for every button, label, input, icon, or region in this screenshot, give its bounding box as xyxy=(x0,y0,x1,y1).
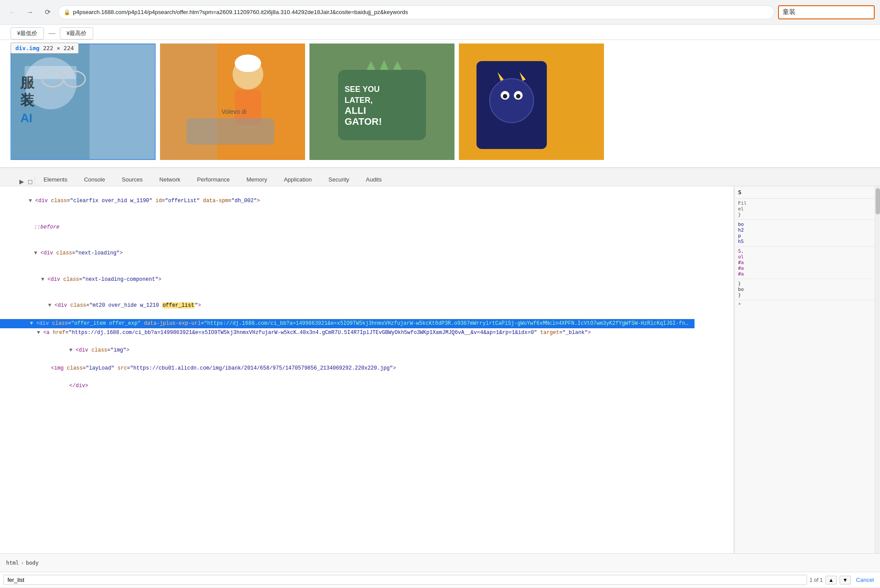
right-line-h2: h2 xyxy=(738,227,871,233)
right-panel-el: el xyxy=(738,206,871,212)
price-filter-bar: ¥最低价 — ¥最高价 xyxy=(0,25,880,40)
svg-text:Volevo di: Volevo di xyxy=(222,108,247,115)
right-line-ol: ol xyxy=(738,254,871,260)
right-line-p: p xyxy=(738,233,871,239)
right-line-bo: bo xyxy=(738,221,871,227)
element-tooltip: div.img 222 × 224 xyxy=(11,43,79,54)
svg-text:装: 装 xyxy=(20,92,35,108)
inspect-element-btn[interactable]: ▶ xyxy=(18,177,25,186)
dom-line-7[interactable]: ▼ <a href="https://dj.1688.com/ci_bb?a=1… xyxy=(0,328,695,338)
devtools-icons: ▶ ◻ xyxy=(18,177,35,186)
breadcrumb-html[interactable]: html xyxy=(4,558,22,568)
price-max-btn[interactable]: ¥最高价 xyxy=(60,27,93,40)
forward-button[interactable]: → xyxy=(23,5,37,19)
svg-point-29 xyxy=(490,79,534,123)
devtools-tabbar: ▶ ◻ Elements Console Sources Network Per… xyxy=(0,168,880,186)
dom-line-8[interactable]: ▼ <div class="img"> xyxy=(0,338,734,364)
browser-toolbar: ← → ⟳ 🔒 p4psearch.1688.com/p4p114/p4psea… xyxy=(0,0,880,25)
tab-sources[interactable]: Sources xyxy=(113,172,151,186)
right-panel-s: S xyxy=(738,188,871,196)
svg-rect-28 xyxy=(547,61,600,149)
svg-point-32 xyxy=(503,94,507,98)
tab-console[interactable]: Console xyxy=(76,172,113,186)
product-image-2: Volevo di xyxy=(160,44,305,160)
tooltip-tag: div.img xyxy=(15,45,40,51)
back-button[interactable]: ← xyxy=(5,5,19,19)
tab-application[interactable]: Application xyxy=(276,172,320,186)
product-image-1: 服 装 AI xyxy=(11,44,156,160)
price-min-btn[interactable]: ¥最低价 xyxy=(11,27,44,40)
dom-line-4[interactable]: ▼ <div class="next-loading-component"> xyxy=(0,267,734,293)
breadcrumb-bar: html › body xyxy=(0,553,880,572)
url-text: p4psearch.1688.com/p4p114/p4psearch/offe… xyxy=(73,9,769,15)
right-line-bo-2: bo xyxy=(738,287,871,292)
product-image-3: SEE YOU LATER, ALLI GATOR! xyxy=(309,44,455,160)
svg-text:LATER,: LATER, xyxy=(345,96,373,105)
right-line-hash-a-1: #a xyxy=(738,260,871,265)
svg-rect-16 xyxy=(186,118,274,145)
search-bar: 1 of 1 ▲ ▼ Cancel xyxy=(0,572,880,588)
svg-text:GATOR!: GATOR! xyxy=(345,116,382,127)
refresh-button[interactable]: ⟳ xyxy=(40,5,55,19)
tab-elements[interactable]: Elements xyxy=(35,172,76,186)
address-bar[interactable]: 🔒 p4psearch.1688.com/p4p114/p4psearch/of… xyxy=(58,5,775,19)
dom-line-1[interactable]: ▼ <div class="clearfix over_hid w_1190" … xyxy=(0,188,734,214)
dom-line-6[interactable]: ▼ <div class="offer_item offer_exp" data… xyxy=(0,319,695,328)
svg-point-33 xyxy=(516,94,520,98)
styles-panel: S Fil el } bo h2 p h5 S, ol #a #a #a } xyxy=(734,186,875,553)
price-sep: — xyxy=(48,29,55,37)
search-value: 童装 xyxy=(782,8,796,16)
right-line-brace-close-3: } xyxy=(738,292,871,298)
search-input[interactable] xyxy=(4,575,807,585)
dom-line-2[interactable]: ::before xyxy=(0,214,734,241)
devtools-main: ▼ <div class="clearfix over_hid w_1190" … xyxy=(0,186,880,553)
breadcrumb-body[interactable]: body xyxy=(23,558,41,568)
svg-text:服: 服 xyxy=(20,75,35,91)
tooltip-size: 222 × 224 xyxy=(43,45,74,51)
search-next-btn[interactable]: ▼ xyxy=(840,576,851,584)
dom-line-5[interactable]: ▼ <div class="mt20 over_hide w_1210 offe… xyxy=(0,293,734,319)
product-image-4 xyxy=(459,44,604,160)
right-line-hash-a-2: #a xyxy=(738,265,871,271)
right-line-h5: h5 xyxy=(738,239,871,244)
right-line-brace-close-2: } xyxy=(738,281,871,287)
device-toolbar-btn[interactable]: ◻ xyxy=(27,177,34,186)
devtools-panel: ▶ ◻ Elements Console Sources Network Per… xyxy=(0,167,880,588)
tab-security[interactable]: Security xyxy=(320,172,357,186)
right-line-asterisk: * xyxy=(738,302,871,308)
svg-text:SEE YOU: SEE YOU xyxy=(345,85,380,94)
tab-audits[interactable]: Audits xyxy=(357,172,390,186)
right-panel-fil: Fil xyxy=(738,200,871,206)
svg-text:ALLI: ALLI xyxy=(345,105,366,116)
dom-line-10[interactable]: </div> xyxy=(0,373,734,399)
dom-panel[interactable]: ▼ <div class="clearfix over_hid w_1190" … xyxy=(0,186,734,553)
search-prev-btn[interactable]: ▲ xyxy=(825,576,837,584)
dom-line-9[interactable]: <img class="layLoad" src="https://cbu01.… xyxy=(0,364,695,373)
dom-line-3[interactable]: ▼ <div class="next-loading"> xyxy=(0,240,734,267)
scrollbar[interactable] xyxy=(875,186,880,553)
svg-text:AI: AI xyxy=(20,111,33,125)
tab-memory[interactable]: Memory xyxy=(238,172,276,186)
product-images-area: div.img 222 × 224 服 装 AI xyxy=(0,40,880,167)
search-cancel-btn[interactable]: Cancel xyxy=(854,576,876,584)
right-panel-brace-close-1: } xyxy=(738,212,871,218)
right-line-s-comma: S, xyxy=(738,248,871,254)
search-result-info: 1 of 1 xyxy=(810,577,823,583)
lock-icon: 🔒 xyxy=(64,9,70,15)
search-box-right[interactable]: 童装 xyxy=(778,5,875,19)
svg-point-14 xyxy=(235,54,261,72)
tab-network[interactable]: Network xyxy=(151,172,189,186)
right-line-hash-a-3: #a xyxy=(738,271,871,277)
tab-performance[interactable]: Performance xyxy=(189,172,238,186)
